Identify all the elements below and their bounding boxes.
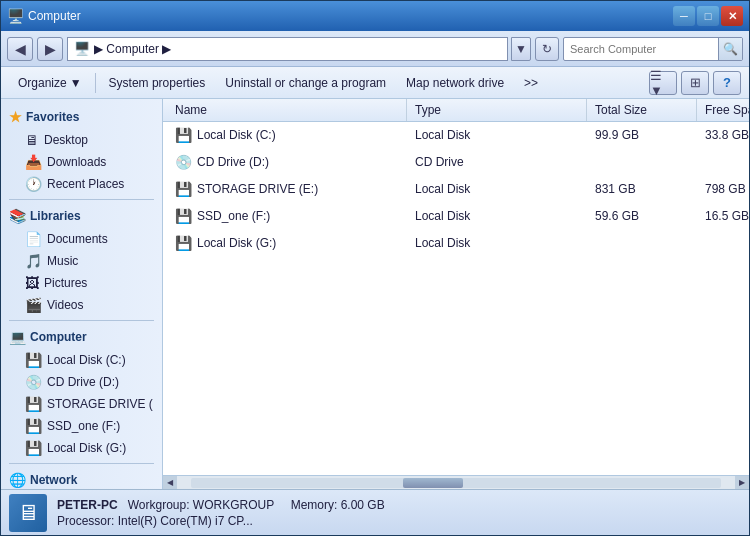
cell-name: 💾 Local Disk (G:)	[167, 230, 407, 256]
refresh-button[interactable]: ↻	[535, 37, 559, 61]
forward-button[interactable]: ▶	[37, 37, 63, 61]
scroll-left-button[interactable]: ◀	[163, 476, 177, 490]
cell-type: CD Drive	[407, 149, 587, 175]
sidebar-item-desktop[interactable]: 🖥 Desktop	[1, 129, 162, 151]
cell-type: Local Disk	[407, 176, 587, 202]
favorites-label: Favorites	[26, 110, 79, 124]
status-bar: 🖥 PETER-PC Workgroup: WORKGROUP Memory: …	[1, 489, 749, 535]
col-header-type[interactable]: Type	[407, 99, 587, 121]
desktop-label: Desktop	[44, 133, 88, 147]
recent-icon: 🕐	[25, 176, 42, 192]
help-button[interactable]: ?	[713, 71, 741, 95]
music-icon: 🎵	[25, 253, 42, 269]
organize-button[interactable]: Organize ▼	[9, 71, 91, 95]
view-menu-button[interactable]: ☰ ▼	[649, 71, 677, 95]
search-button[interactable]: 🔍	[718, 38, 742, 60]
preview-pane-button[interactable]: ⊞	[681, 71, 709, 95]
documents-label: Documents	[47, 232, 108, 246]
sidebar-item-e-drive[interactable]: 💾 STORAGE DRIVE (	[1, 393, 162, 415]
col-header-total[interactable]: Total Size	[587, 99, 697, 121]
window: 🖥️ Computer ─ □ ✕ ◀ ▶ 🖥️ ▶ Computer ▶ ▼ …	[0, 0, 750, 536]
drive-g-icon: 💾	[25, 440, 42, 456]
sidebar-item-documents[interactable]: 📄 Documents	[1, 228, 162, 250]
sidebar-item-pictures[interactable]: 🖼 Pictures	[1, 272, 162, 294]
search-box: 🔍	[563, 37, 743, 61]
sidebar-libraries-header[interactable]: 📚 Libraries	[1, 204, 162, 228]
pictures-label: Pictures	[44, 276, 87, 290]
cell-free	[697, 230, 749, 256]
file-area: Name Type Total Size Free Space 💾 Local …	[163, 99, 749, 489]
back-button[interactable]: ◀	[7, 37, 33, 61]
network-icon: 🌐	[9, 472, 26, 488]
status-line-2: Processor: Intel(R) Core(TM) i7 CP...	[57, 514, 385, 528]
title-bar-left: 🖥️ Computer	[7, 8, 81, 24]
cell-total: 831 GB	[587, 176, 697, 202]
main-content: ★ Favorites 🖥 Desktop 📥 Downloads 🕐 Rece…	[1, 99, 749, 489]
col-header-name[interactable]: Name	[167, 99, 407, 121]
sidebar: ★ Favorites 🖥 Desktop 📥 Downloads 🕐 Rece…	[1, 99, 163, 489]
close-button[interactable]: ✕	[721, 6, 743, 26]
scrollbar-thumb[interactable]	[403, 478, 463, 488]
documents-icon: 📄	[25, 231, 42, 247]
scrollbar-track	[191, 478, 721, 488]
table-row[interactable]: 💿 CD Drive (D:) CD Drive	[163, 149, 749, 176]
cell-name: 💿 CD Drive (D:)	[167, 149, 407, 175]
cell-total: 59.6 GB	[587, 203, 697, 229]
sidebar-item-downloads[interactable]: 📥 Downloads	[1, 151, 162, 173]
table-row[interactable]: 💾 Local Disk (G:) Local Disk	[163, 230, 749, 257]
map-network-button[interactable]: Map network drive	[397, 71, 513, 95]
sidebar-network-section: 🌐 Network	[1, 468, 162, 489]
d-drive-label: CD Drive (D:)	[47, 375, 119, 389]
cell-type: Local Disk	[407, 203, 587, 229]
music-label: Music	[47, 254, 78, 268]
cell-free: 798 GB	[697, 176, 749, 202]
sidebar-item-c-drive[interactable]: 💾 Local Disk (C:)	[1, 349, 162, 371]
cell-total	[587, 230, 697, 256]
sidebar-item-videos[interactable]: 🎬 Videos	[1, 294, 162, 316]
address-icon: 🖥️	[74, 41, 90, 56]
sidebar-favorites-header[interactable]: ★ Favorites	[1, 105, 162, 129]
sidebar-network-header[interactable]: 🌐 Network	[1, 468, 162, 489]
sidebar-computer-header[interactable]: 💻 Computer	[1, 325, 162, 349]
cell-free: 33.8 GB	[697, 122, 749, 148]
table-row[interactable]: 💾 STORAGE DRIVE (E:) Local Disk 831 GB 7…	[163, 176, 749, 203]
search-input[interactable]	[564, 43, 718, 55]
drive-icon: 💾	[175, 235, 192, 251]
sidebar-item-music[interactable]: 🎵 Music	[1, 250, 162, 272]
window-title: Computer	[28, 9, 81, 23]
system-properties-button[interactable]: System properties	[100, 71, 215, 95]
videos-icon: 🎬	[25, 297, 42, 313]
star-icon: ★	[9, 109, 22, 125]
sidebar-divider-1	[9, 199, 154, 200]
folder-icon: 🖥️	[7, 8, 24, 24]
title-bar-controls: ─ □ ✕	[673, 6, 743, 26]
address-input[interactable]: 🖥️ ▶ Computer ▶	[67, 37, 508, 61]
uninstall-button[interactable]: Uninstall or change a program	[216, 71, 395, 95]
sidebar-item-recent[interactable]: 🕐 Recent Places	[1, 173, 162, 195]
table-row[interactable]: 💾 SSD_one (F:) Local Disk 59.6 GB 16.5 G…	[163, 203, 749, 230]
table-row[interactable]: 💾 Local Disk (C:) Local Disk 99.9 GB 33.…	[163, 122, 749, 149]
sidebar-item-d-drive[interactable]: 💿 CD Drive (D:)	[1, 371, 162, 393]
address-dropdown-button[interactable]: ▼	[511, 37, 531, 61]
maximize-button[interactable]: □	[697, 6, 719, 26]
minimize-button[interactable]: ─	[673, 6, 695, 26]
sidebar-divider-2	[9, 320, 154, 321]
computer-name: PETER-PC	[57, 498, 118, 512]
workgroup-text: Workgroup: WORKGROUP	[128, 498, 274, 512]
scroll-right-button[interactable]: ▶	[735, 476, 749, 490]
more-toolbar-button[interactable]: >>	[515, 71, 547, 95]
cell-type: Local Disk	[407, 230, 587, 256]
sidebar-item-g-drive[interactable]: 💾 Local Disk (G:)	[1, 437, 162, 459]
downloads-icon: 📥	[25, 154, 42, 170]
downloads-label: Downloads	[47, 155, 106, 169]
sidebar-item-f-drive[interactable]: 💾 SSD_one (F:)	[1, 415, 162, 437]
e-drive-label: STORAGE DRIVE (	[47, 397, 153, 411]
computer-icon: 💻	[9, 329, 26, 345]
drive-e-icon: 💾	[25, 396, 42, 412]
pictures-icon: 🖼	[25, 275, 39, 291]
col-header-free[interactable]: Free Space	[697, 99, 749, 121]
videos-label: Videos	[47, 298, 83, 312]
drive-icon: 💾	[175, 208, 192, 224]
chevron-down-icon: ▼	[70, 76, 82, 90]
horizontal-scrollbar[interactable]: ◀ ▶	[163, 475, 749, 489]
